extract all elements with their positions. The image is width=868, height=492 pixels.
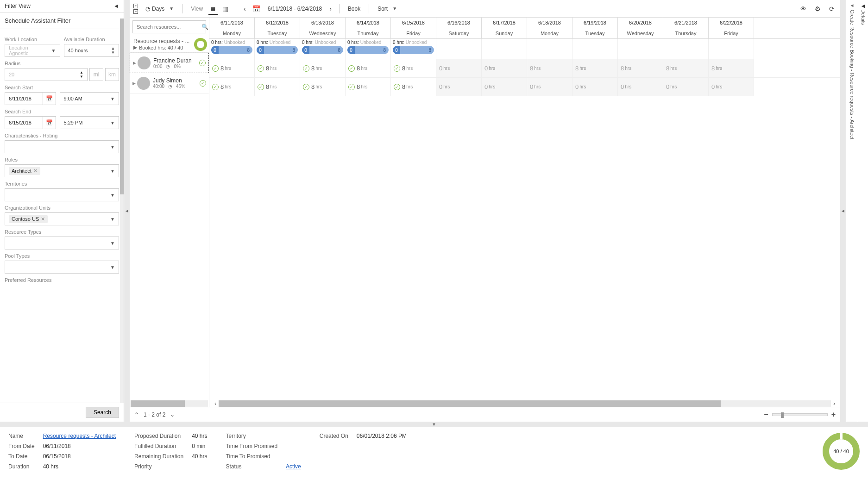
chevron-down-icon: ▼ — [110, 265, 115, 270]
hours-cell[interactable]: 0hrs — [482, 78, 527, 96]
hours-cell[interactable]: 0hrs — [527, 78, 572, 96]
expand-icon[interactable]: ▶ — [133, 61, 136, 65]
search-icon[interactable]: 🔍 — [201, 24, 208, 30]
details-rail[interactable]: ◄ Details — [858, 0, 868, 422]
hours-cell[interactable]: 8hrs — [572, 59, 618, 77]
collapse-sidebar-handle[interactable]: ◄ — [124, 0, 130, 422]
hours-cell[interactable]: 8hrs — [663, 59, 709, 77]
day-header: 6/18/2018Monday — [527, 18, 572, 38]
hours-cell[interactable]: 0hrs — [436, 59, 482, 77]
pager-text: 1 - 2 of 2 — [144, 411, 165, 418]
hours-cell[interactable]: ✓8hrs — [391, 78, 436, 96]
eye-icon[interactable]: 👁 — [798, 3, 808, 14]
org-units-select[interactable]: Contoso US✕ ▼ — [5, 212, 119, 225]
day-header: 6/14/2018Thursday — [346, 18, 391, 38]
available-duration-label: Available Duration — [64, 37, 120, 42]
zoom-in-icon[interactable]: + — [831, 411, 836, 419]
work-location-select[interactable]: Location Agnostic▼ — [5, 44, 60, 57]
search-start-date-input[interactable]: 6/11/2018 — [5, 92, 43, 105]
hours-cell[interactable]: 0hrs — [663, 78, 709, 96]
refresh-icon[interactable]: ⟳ — [827, 3, 837, 14]
pager-up-icon[interactable]: ⌃ — [134, 411, 139, 418]
hours-cell[interactable]: 8hrs — [527, 59, 572, 77]
day-header: 6/17/2018Sunday — [482, 18, 527, 38]
hours-cell[interactable]: ✓8hrs — [346, 59, 391, 77]
hours-cell[interactable]: 8hrs — [618, 59, 663, 77]
hours-cell[interactable]: 0hrs — [709, 78, 754, 96]
resource-search[interactable]: 🔍 — [132, 20, 206, 33]
role-chip: Architect✕ — [9, 167, 40, 175]
book-button[interactable]: Book — [345, 4, 363, 14]
grid-hscroll[interactable]: ‹ › — [219, 400, 831, 407]
scroll-right-icon[interactable]: › — [831, 400, 837, 407]
remove-chip-icon[interactable]: ✕ — [33, 168, 38, 174]
search-end-date-input[interactable]: 6/15/2018 — [5, 116, 43, 129]
sidebar-scrollbar[interactable] — [120, 19, 124, 403]
search-button[interactable]: Search — [86, 407, 119, 418]
sort-dropdown[interactable]: Sort ▼ — [375, 4, 400, 14]
resource-hscroll[interactable] — [131, 400, 208, 407]
gear-icon[interactable]: ⚙ — [813, 3, 823, 14]
grid-view-icon[interactable]: ▦ — [220, 3, 230, 14]
remove-chip-icon[interactable]: ✕ — [41, 216, 45, 222]
resource-row[interactable]: ▶ Judy Simon 40:00◔45% ✓ — [130, 73, 209, 93]
spinner-icon[interactable]: ▲▼ — [111, 46, 115, 55]
search-start-label: Search Start — [5, 85, 119, 90]
search-input[interactable] — [136, 24, 201, 30]
characteristics-select[interactable]: ▼ — [5, 140, 119, 153]
detail-collapse-handle[interactable]: ▼ — [0, 422, 868, 427]
hours-cell[interactable]: 0hrs — [618, 78, 663, 96]
collapse-right-handle[interactable]: ◄ — [840, 0, 846, 422]
request-header: Resource requests - ... ▶Booked hrs: 40 … — [130, 36, 209, 53]
collapse-filter-icon[interactable]: ◄ — [113, 3, 119, 9]
zoom-slider[interactable] — [772, 413, 828, 416]
hours-cell[interactable]: ✓8hrs — [209, 59, 255, 77]
search-end-time-select[interactable]: 5:29 PM▼ — [60, 116, 120, 129]
hours-cell[interactable]: ✓8hrs — [255, 78, 300, 96]
chevron-down-icon: ▼ — [110, 144, 115, 149]
hours-pill: 08 — [347, 46, 389, 54]
roles-select[interactable]: Architect✕ ▼ — [5, 164, 119, 177]
hours-cell[interactable]: ✓8hrs — [209, 78, 255, 96]
expand-icon[interactable]: ▶ — [132, 81, 136, 86]
hours-cell[interactable]: ✓8hrs — [300, 78, 346, 96]
territories-select[interactable]: ▼ — [5, 188, 119, 201]
radius-input: 20 ▲▼ — [5, 68, 88, 81]
search-start-time-select[interactable]: 9:00 AM▼ — [60, 92, 120, 105]
pager-down-icon[interactable]: ⌄ — [170, 411, 175, 418]
available-duration-select[interactable]: 40 hours ▲▼ — [64, 44, 120, 57]
hours-cell[interactable]: ✓8hrs — [391, 59, 436, 77]
expand-icon[interactable]: ▶ — [133, 44, 137, 50]
resource-types-select[interactable]: ▼ — [5, 237, 119, 249]
hours-cell[interactable]: 0hrs — [572, 78, 618, 96]
collapse-all-icon[interactable]: − — [133, 9, 138, 14]
list-view-icon[interactable]: ≣ — [208, 3, 218, 15]
scroll-left-icon[interactable]: ‹ — [212, 400, 219, 407]
detail-name-link[interactable]: Resource requests - Architect — [43, 433, 116, 439]
next-range-icon[interactable]: › — [327, 3, 333, 14]
hours-cell[interactable]: ✓8hrs — [300, 59, 346, 77]
hours-cell[interactable]: ✓8hrs — [346, 78, 391, 96]
hours-pill: 08 — [211, 46, 252, 54]
hours-cell[interactable]: ✓8hrs — [255, 59, 300, 77]
days-dropdown[interactable]: ◔ Days ▼ — [143, 4, 176, 14]
pool-types-select[interactable]: ▼ — [5, 261, 119, 274]
hours-pill: 08 — [393, 46, 434, 54]
hours-cell[interactable]: 0hrs — [482, 59, 527, 77]
prev-range-icon[interactable]: ‹ — [242, 3, 248, 14]
calendar-icon[interactable]: 📅 — [251, 3, 262, 14]
day-header: 6/19/2018Tuesday — [572, 18, 618, 38]
hours-pill: 08 — [302, 46, 343, 54]
calendar-icon[interactable]: 📅 — [43, 116, 56, 129]
expand-all-icon[interactable]: + — [133, 4, 138, 8]
resource-row[interactable]: ▶ Francine Duran 0:00◔0% ✓ — [130, 53, 209, 73]
calendar-icon[interactable]: 📅 — [43, 92, 56, 105]
date-range-button[interactable]: 6/11/2018 - 6/24/2018 — [265, 4, 325, 14]
detail-status-link[interactable]: Active — [286, 463, 301, 470]
create-booking-rail[interactable]: ◄ Create Resource Booking - Resource req… — [846, 0, 858, 422]
summary-cell — [482, 39, 527, 59]
check-icon: ✓ — [394, 65, 400, 72]
hours-cell[interactable]: 0hrs — [436, 78, 482, 96]
hours-cell[interactable]: 8hrs — [709, 59, 754, 77]
zoom-out-icon[interactable]: − — [764, 411, 768, 419]
